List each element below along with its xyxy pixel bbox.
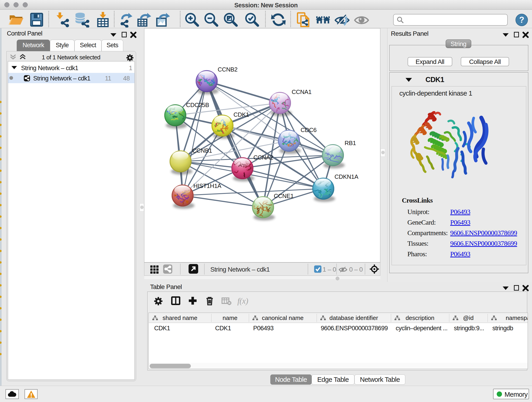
- svg-text:CCNB1: CCNB1: [192, 147, 212, 154]
- svg-text:CDC6: CDC6: [301, 127, 317, 133]
- svg-text:CCNB2: CCNB2: [218, 66, 238, 73]
- svg-text:CDKN1A: CDKN1A: [335, 173, 359, 180]
- svg-text:CDC25B: CDC25B: [186, 102, 209, 108]
- svg-text:CCNA2: CCNA2: [253, 154, 273, 161]
- svg-text:CDK1: CDK1: [234, 111, 249, 118]
- svg-text:RB1: RB1: [345, 140, 356, 147]
- svg-text:CCNA1: CCNA1: [292, 89, 312, 95]
- svg-text:CCNE1: CCNE1: [274, 192, 294, 199]
- svg-text:HIST1H1A: HIST1H1A: [193, 182, 222, 189]
